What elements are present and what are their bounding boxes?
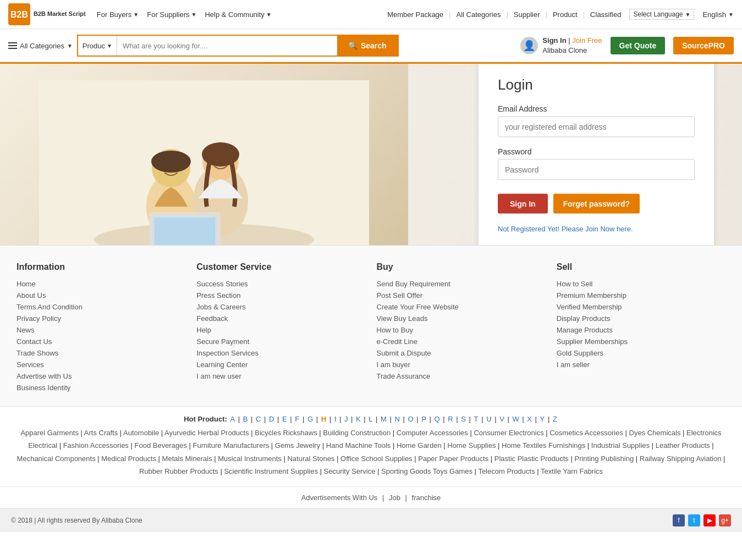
hot-letter[interactable]: H (321, 415, 326, 423)
footer-link[interactable]: Inspection Services (196, 349, 259, 357)
hot-letter[interactable]: P (421, 415, 426, 423)
footer-link[interactable]: Submit a Dispute (377, 349, 431, 357)
product-link[interactable]: Fashion Accessories (63, 441, 129, 450)
all-categories-link[interactable]: All Categories (456, 10, 501, 19)
forget-password-button[interactable]: Forget password? (553, 194, 640, 214)
footer-link[interactable]: Verified Membership (557, 303, 622, 311)
sign-in-button[interactable]: Sign In (498, 194, 548, 214)
member-package-link[interactable]: Member Package (387, 10, 443, 19)
hot-letter[interactable]: C (256, 415, 261, 423)
nav-suppliers[interactable]: For Suppliers ▼ (147, 10, 196, 19)
footer-link[interactable]: Business Identity (17, 384, 70, 392)
product-link[interactable]: Bicycles Rickshaws (255, 429, 317, 437)
product-link[interactable]: Natural Stones (287, 454, 334, 463)
footer-link[interactable]: View Buy Leads (377, 314, 428, 323)
product-link[interactable]: Computer Accessories (397, 429, 468, 437)
hot-letter[interactable]: N (395, 415, 400, 423)
product-link[interactable]: Plastic Plastic Products (494, 454, 569, 463)
join-free-link[interactable]: Join Free (572, 36, 602, 45)
nav-buyers[interactable]: For Buyers ▼ (97, 10, 139, 19)
footer-link[interactable]: Trade Shows (17, 349, 58, 357)
product-link[interactable]: Consumer Electronics (474, 429, 543, 437)
hot-letter[interactable]: J (344, 415, 348, 423)
product-link[interactable]: Railway Shipping Aviation (640, 454, 722, 463)
footer-link[interactable]: Display Products (557, 314, 611, 323)
product-link[interactable]: Textile Yarn Fabrics (541, 467, 603, 475)
hot-letter[interactable]: R (448, 415, 453, 423)
product-link[interactable]: Musical Instruments (218, 454, 282, 463)
footer-link[interactable]: Manage Products (557, 326, 613, 334)
footer-link[interactable]: I am seller (557, 361, 590, 369)
footer-link[interactable]: How to Buy (377, 326, 413, 334)
hot-letter[interactable]: D (269, 415, 274, 423)
footer-link[interactable]: I am new user (196, 372, 241, 380)
footer-link[interactable]: Supplier Memberships (557, 337, 628, 346)
supplier-link[interactable]: Supplier (514, 10, 540, 19)
youtube-icon[interactable]: ▶ (703, 514, 716, 526)
hot-letter[interactable]: Q (435, 415, 440, 423)
search-button[interactable]: 🔍 Search (337, 36, 398, 56)
footer-link[interactable]: Home (17, 280, 36, 288)
hot-letter[interactable]: U (486, 415, 491, 423)
product-link[interactable]: Leather Products (656, 441, 710, 450)
register-link[interactable]: Not Registered Yet! Please Join Now here… (498, 225, 633, 233)
hot-letter[interactable]: X (527, 415, 532, 423)
hot-letter[interactable]: B (243, 415, 248, 423)
hot-letter[interactable]: V (499, 415, 504, 423)
product-link[interactable]: Automobile (123, 429, 159, 437)
footer-link[interactable]: Gold Suppliers (557, 349, 603, 357)
twitter-icon[interactable]: t (688, 514, 700, 526)
get-quote-button[interactable]: Get Quote (611, 37, 666, 54)
product-link[interactable]: Home Textiles Furnishings (502, 441, 585, 450)
footer-link[interactable]: Post Sell Offer (377, 291, 423, 300)
footer-link[interactable]: I am buyer (377, 361, 410, 369)
hot-letter[interactable]: W (512, 415, 519, 423)
product-link[interactable]: Apparel Garments (20, 429, 79, 437)
product-link[interactable]: Paper Paper Products (418, 454, 488, 463)
classified-link[interactable]: Classified (590, 10, 621, 19)
footer-link[interactable]: Success Stories (196, 280, 248, 288)
hot-letter[interactable]: K (356, 415, 361, 423)
facebook-icon[interactable]: f (673, 514, 685, 526)
product-link[interactable]: Telecom Products (478, 467, 535, 475)
product-link[interactable]: Office School Supplies (340, 454, 413, 463)
password-input[interactable] (498, 159, 695, 180)
product-link[interactable]: Metals Minerals (162, 454, 212, 463)
hot-letter[interactable]: O (408, 415, 414, 423)
ads-link[interactable]: Advertisements With Us (301, 494, 378, 502)
footer-link[interactable]: Press Section (196, 291, 240, 300)
footer-link[interactable]: Jobs & Careers (196, 303, 246, 311)
product-link[interactable]: Cosmetics Accessories (549, 429, 623, 437)
footer-link[interactable]: Services (17, 361, 44, 369)
product-link[interactable]: Building Construction (323, 429, 391, 437)
language-current[interactable]: English ▼ (702, 10, 734, 19)
product-link[interactable]: Hand Machine Tools (326, 441, 391, 450)
hot-letter[interactable]: M (381, 415, 387, 423)
hot-letter[interactable]: G (307, 415, 313, 423)
product-link[interactable]: Mechanical Components (17, 454, 96, 463)
footer-link[interactable]: Contact Us (17, 337, 52, 346)
hot-letter[interactable]: Z (553, 415, 557, 423)
footer-link[interactable]: Send Buy Requirement (377, 280, 450, 288)
hot-letter[interactable]: Y (540, 415, 545, 423)
hot-letter[interactable]: E (282, 415, 287, 423)
hot-letter[interactable]: A (230, 415, 235, 423)
product-link[interactable]: Sporting Goods Toys Games (381, 467, 472, 475)
language-select[interactable]: Select Language ▼ (629, 9, 694, 20)
sign-in-link[interactable]: Sign In (542, 36, 566, 45)
footer-link[interactable]: Premium Membership (557, 291, 626, 300)
email-input[interactable] (498, 117, 695, 137)
product-link[interactable]: Food Beverages (134, 441, 186, 450)
footer-link[interactable]: About Us (17, 291, 46, 300)
product-link[interactable]: Furniture Manufacturers (193, 441, 270, 450)
footer-link[interactable]: Terms And Condition (17, 303, 83, 311)
footer-link[interactable]: e-Credit Line (377, 337, 417, 346)
product-link[interactable]: Home Garden (397, 441, 442, 450)
hot-letter[interactable]: L (369, 415, 372, 423)
footer-link[interactable]: Trade Assurance (377, 372, 431, 380)
googleplus-icon[interactable]: g+ (719, 514, 731, 526)
hamburger-menu[interactable]: All Categories ▼ (8, 42, 73, 50)
product-link[interactable]: Gems Jewelry (275, 441, 320, 450)
search-category-dropdown[interactable]: Produc ▼ (78, 36, 117, 56)
footer-link[interactable]: Advertise with Us (17, 372, 72, 380)
